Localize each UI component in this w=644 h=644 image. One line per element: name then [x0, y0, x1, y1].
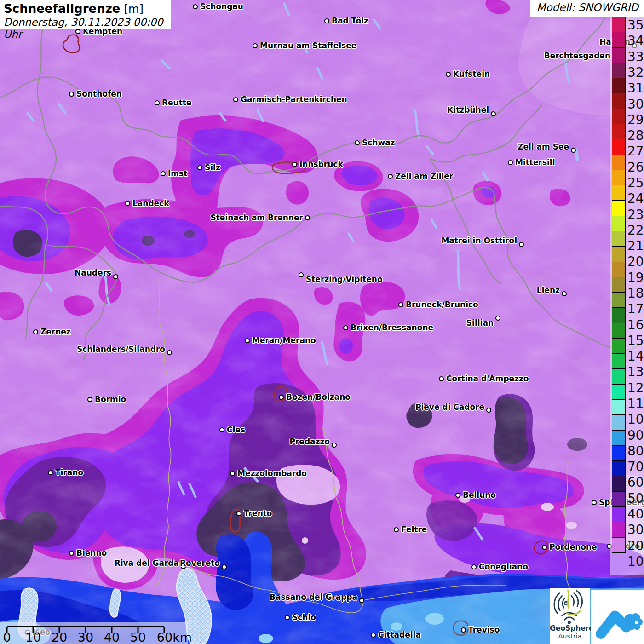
- city-label: Mittersill: [515, 158, 555, 167]
- legend-value: 2000: [627, 255, 644, 268]
- legend-value: 2900: [627, 114, 644, 126]
- legend-value: 3300: [627, 51, 644, 63]
- legend-color-block: [612, 17, 626, 32]
- legend-value: 3500: [627, 19, 644, 32]
- city-label: Sterzing/Vipiteno: [306, 275, 383, 284]
- city-dot-icon: [542, 545, 547, 550]
- city-dot-icon: [197, 165, 202, 170]
- city-dot-icon: [33, 329, 38, 334]
- city-label: Kitzbühel: [447, 105, 489, 115]
- legend-value: 2800: [627, 129, 644, 142]
- city-label: Trento: [244, 509, 272, 518]
- legend-color-bar: [612, 17, 626, 553]
- city-dot-icon: [69, 92, 74, 97]
- city-label: Cittadella: [378, 630, 421, 639]
- legend-color-block: [612, 445, 626, 461]
- city-dot-icon: [508, 160, 513, 165]
- legend-value: 800: [627, 445, 644, 458]
- city-dot-icon: [69, 551, 74, 556]
- city-dot-icon: [233, 97, 238, 102]
- legend-color-block: [612, 368, 626, 384]
- legend-color-block: [612, 522, 626, 537]
- legend-value: 2500: [627, 177, 644, 190]
- legend-color-block: [612, 32, 626, 47]
- city-dot-icon: [562, 291, 567, 296]
- scalebar-label: 20: [52, 630, 67, 644]
- city-dot-icon: [324, 18, 329, 23]
- legend-value: 2700: [627, 145, 644, 158]
- city-markers-layer: SchongauKemptenBad TölzMurnau am Staffel…: [0, 0, 644, 644]
- legend-value: 100: [627, 555, 644, 568]
- city-dot-icon: [279, 395, 284, 400]
- city-label: Matrei in Osttirol: [441, 236, 517, 245]
- city-label: Kufstein: [453, 69, 490, 79]
- legend-value: 1900: [627, 271, 644, 284]
- title-box: Schneefallgrenze [m] Donnerstag, 30.11.2…: [0, 0, 171, 29]
- city-dot-icon: [371, 632, 376, 638]
- city-label: Schongau: [200, 2, 243, 11]
- legend-value: 3400: [627, 34, 644, 47]
- geosphere-wordmark: GeoSphere: [550, 624, 590, 632]
- city-label: Sillian: [466, 318, 494, 328]
- legend-color-block: [612, 93, 626, 109]
- city-label: Imst: [168, 169, 187, 178]
- city-label: Tirano: [55, 468, 83, 477]
- city-label: Steinach am Brenner: [211, 213, 304, 222]
- city-label: Lienz: [537, 286, 560, 295]
- city-dot-icon: [332, 443, 337, 448]
- legend-color-block: [612, 139, 626, 155]
- city-dot-icon: [48, 470, 53, 475]
- legend-value: 2100: [627, 240, 644, 253]
- city-label: Treviso: [468, 625, 500, 634]
- city-dot-icon: [343, 325, 348, 330]
- city-dot-icon: [394, 527, 399, 532]
- city-label: Bruneck/Brunico: [406, 300, 478, 309]
- scalebar-label: 30: [78, 630, 93, 644]
- geosphere-logo: GeoSphere Austria: [550, 588, 590, 644]
- city-label: Schwaz: [362, 138, 395, 147]
- legend-color-block: [612, 216, 626, 231]
- city-dot-icon: [472, 564, 477, 569]
- city-label: Cles: [227, 425, 245, 434]
- legend-color-block: [612, 323, 626, 339]
- legend-color-block: [612, 307, 626, 323]
- legend-value: 1800: [627, 287, 644, 300]
- city-dot-icon: [292, 162, 297, 167]
- legend-value: 3100: [627, 82, 644, 95]
- legend-color-block: [612, 476, 626, 491]
- legend-color-block: [612, 63, 626, 78]
- city-dot-icon: [461, 627, 466, 632]
- city-dot-icon: [446, 72, 451, 77]
- legend-color-block: [612, 277, 626, 293]
- city-label: Conegliano: [479, 562, 528, 571]
- legend-color-block: [612, 430, 626, 446]
- legend-color-block: [612, 384, 626, 400]
- legend-color-block: [612, 47, 626, 63]
- scalebar-label: 40: [104, 630, 120, 644]
- scalebar-label: 60km: [157, 630, 192, 644]
- city-label: Pieve di Cadore: [415, 402, 484, 412]
- city-dot-icon: [305, 215, 310, 220]
- city-dot-icon: [495, 316, 500, 321]
- legend-color-block: [612, 537, 626, 553]
- city-label: Belluno: [463, 490, 496, 500]
- city-label: Landeck: [132, 199, 169, 208]
- elevation-legend: 3500340033003200310030002900280027002600…: [610, 13, 644, 575]
- city-dot-icon: [245, 338, 250, 343]
- geosphere-contour-icon: [550, 588, 590, 624]
- city-dot-icon: [125, 201, 130, 206]
- city-dot-icon: [439, 376, 444, 381]
- legend-color-block: [612, 353, 626, 369]
- legend-color-block: [612, 414, 626, 430]
- title-parameter: Schneefallgrenze: [4, 2, 120, 16]
- city-dot-icon: [571, 148, 576, 153]
- legend-value: 1500: [627, 334, 644, 347]
- city-label: Reutte: [162, 98, 192, 107]
- city-dot-icon: [219, 427, 224, 432]
- city-label: Bad Tölz: [332, 16, 368, 25]
- city-label: Silz: [205, 163, 220, 172]
- city-dot-icon: [155, 100, 160, 105]
- city-dot-icon: [355, 140, 360, 145]
- city-dot-icon: [222, 564, 227, 569]
- legend-color-block: [612, 109, 626, 124]
